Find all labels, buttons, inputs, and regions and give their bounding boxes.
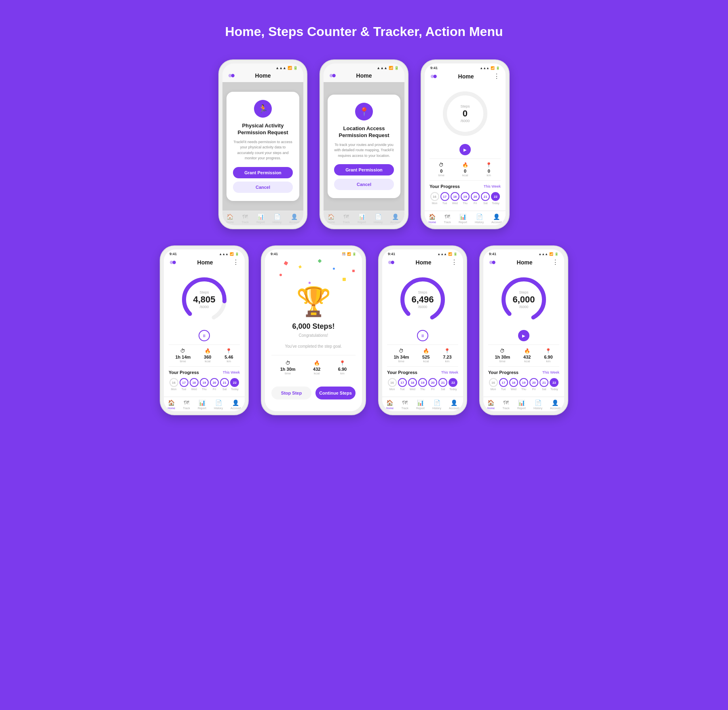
this-week-label[interactable]: This Week — [223, 370, 240, 374]
status-bar: 9:41 ▲▲▲ 📶 🔋 — [483, 249, 564, 257]
phone-home-4805: 9:41 ▲▲▲ 📶 🔋 Home ⋮ — [160, 245, 249, 415]
pause-button[interactable]: ⏸ — [199, 330, 210, 341]
day-fri: 20Fri — [529, 378, 538, 391]
day-thu: 19Thu — [200, 378, 209, 391]
pause-button[interactable]: ⏸ — [417, 330, 428, 341]
this-week-label[interactable]: This Week — [542, 370, 559, 374]
nav-track[interactable]: 🗺Track — [183, 399, 190, 410]
status-bar: ▲▲▲ 📶 🔋 — [222, 63, 303, 71]
menu-button[interactable]: ⋮ — [451, 258, 457, 266]
play-button[interactable]: ▶ — [459, 144, 471, 155]
day-today: 22Today — [449, 378, 457, 391]
progress-header: Your Progress This Week — [387, 370, 458, 375]
cancel-button[interactable]: Cancel — [334, 179, 394, 190]
steps-number: 4,805 — [193, 294, 215, 305]
stat-kcal: 🔥 360 kcal — [204, 348, 211, 363]
nav-report[interactable]: 📊Report — [459, 213, 467, 224]
stat-km: 📍 0 km — [486, 162, 492, 177]
phone-header: Home ⋮ — [164, 257, 245, 269]
phone-home-zero: 9:41 ▲▲▲ 📶 🔋 Home ⋮ — [421, 59, 510, 229]
step-circle-center: Steps 6,496 /6000 — [411, 290, 434, 309]
step-circle: Steps 4,805 /6000 — [169, 273, 240, 326]
this-week-label[interactable]: This Week — [441, 370, 458, 374]
continue-steps-button[interactable]: Continue Steps — [315, 387, 356, 399]
nav-track[interactable]: 🗺Track — [401, 399, 408, 410]
nav-report: 📊Report — [256, 213, 265, 224]
step-circle: Steps 6,496 /6000 — [387, 273, 458, 326]
menu-button[interactable]: ⋮ — [552, 258, 559, 266]
modal-background: 🏃 Physical Activity Permission Request T… — [222, 82, 303, 211]
nav-track[interactable]: 🗺Track — [502, 399, 509, 410]
svg-point-13 — [391, 260, 394, 264]
phone-title: Home — [178, 259, 233, 266]
day-mon: 16 Mon — [430, 192, 439, 205]
progress-title: Your Progress — [488, 370, 518, 375]
stat-kcal: 🔥 0 kcal — [462, 162, 468, 177]
modal-card: 📍 Location Access Permission Request To … — [328, 95, 400, 198]
nav-home[interactable]: 🏠Home — [168, 399, 176, 410]
stat-km-value: 6.90 — [544, 355, 552, 359]
svg-point-5 — [434, 74, 437, 78]
nav-track: 🗺Track — [241, 213, 248, 224]
nav-report[interactable]: 📊Report — [416, 399, 425, 410]
grant-permission-button[interactable]: Grant Permission — [233, 167, 293, 178]
phone-header: Home — [222, 71, 303, 82]
stat-time: ⏱ 1h 30m time — [495, 348, 510, 363]
day-wed: 18Wed — [190, 378, 199, 391]
row-1: ▲▲▲ 📶 🔋 Home 🏃 Physica — [218, 59, 510, 229]
nav-track[interactable]: 🗺Track — [444, 213, 451, 224]
modal-desc: To track your routes and provide you wit… — [334, 142, 394, 159]
phone-title: Home — [497, 259, 552, 266]
stat-km-value: 7.23 — [443, 355, 451, 359]
nav-history[interactable]: 📄History — [475, 213, 484, 224]
congrats-text: Congratulations! — [299, 333, 328, 338]
progress-header: Your Progress This Week — [169, 370, 240, 375]
cancel-button[interactable]: Cancel — [233, 182, 293, 193]
steps-goal: /6000 — [460, 119, 470, 123]
nav-home: 🏠Home — [328, 213, 335, 224]
day-fri: 20Fri — [210, 378, 219, 391]
nav-history: 📄History — [374, 213, 383, 224]
day-thu: 19Thu — [418, 378, 427, 391]
nav-home[interactable]: 🏠Home — [386, 399, 394, 410]
svg-point-1 — [231, 74, 235, 77]
celebration-stats: ⏱ 1h 30m time 🔥 432 kcal 📍 6.90 km — [271, 355, 356, 380]
nav-account[interactable]: 👤Account — [231, 399, 241, 410]
stop-step-button[interactable]: Stop Step — [271, 387, 311, 399]
nav-account[interactable]: 👤Account — [449, 399, 459, 410]
nav-home[interactable]: 🏠Home — [429, 213, 436, 224]
phone-title: Home — [236, 72, 290, 79]
step-circle-center: Steps 0 /6000 — [460, 104, 470, 123]
days-row: 16 Mon 17 Tue 18 Wed 19 — [430, 192, 501, 205]
stat-time-value: 1h 30m — [495, 355, 510, 359]
stat-kcal: 🔥 432 kcal — [523, 348, 531, 363]
steps-label: Steps — [460, 104, 470, 108]
nav-report[interactable]: 📊Report — [198, 399, 206, 410]
logo-icon — [388, 260, 396, 265]
logo-icon — [489, 260, 497, 265]
nav-history[interactable]: 📄History — [214, 399, 223, 410]
logo-icon — [169, 260, 178, 265]
nav-history[interactable]: 📄History — [533, 399, 542, 410]
step-circle-center: Steps 4,805 /6000 — [193, 290, 215, 309]
bottom-nav-dim: 🏠Home 🗺Track 📊Report 📄History 👤Account — [324, 211, 404, 225]
stat-km: 📍 6.90 km — [544, 348, 552, 363]
menu-button[interactable]: ⋮ — [493, 72, 500, 80]
step-circle-center: Steps 6,000 /6000 — [512, 290, 535, 309]
nav-history[interactable]: 📄History — [432, 399, 441, 410]
this-week-label[interactable]: This Week — [484, 184, 501, 188]
day-tue: 17Tue — [180, 378, 188, 391]
play-button[interactable]: ▶ — [518, 330, 529, 341]
stat-kcal-value: 0 — [462, 169, 468, 173]
day-fri: 20 Fri — [471, 192, 480, 205]
nav-account[interactable]: 👤Account — [550, 399, 560, 410]
stat-km: 📍 6.90 km — [338, 360, 347, 375]
nav-home[interactable]: 🏠Home — [487, 399, 495, 410]
menu-button[interactable]: ⋮ — [233, 258, 239, 266]
nav-report[interactable]: 📊Report — [517, 399, 526, 410]
nav-account[interactable]: 👤Account — [491, 213, 502, 224]
grant-permission-button[interactable]: Grant Permission — [334, 164, 394, 175]
modal-icon: 📍 — [355, 103, 373, 120]
phone-header: Home ⋮ — [382, 257, 463, 269]
bottom-nav-dim: 🏠Home 🗺Track 📊Report 📄History 👤Account — [222, 211, 303, 225]
